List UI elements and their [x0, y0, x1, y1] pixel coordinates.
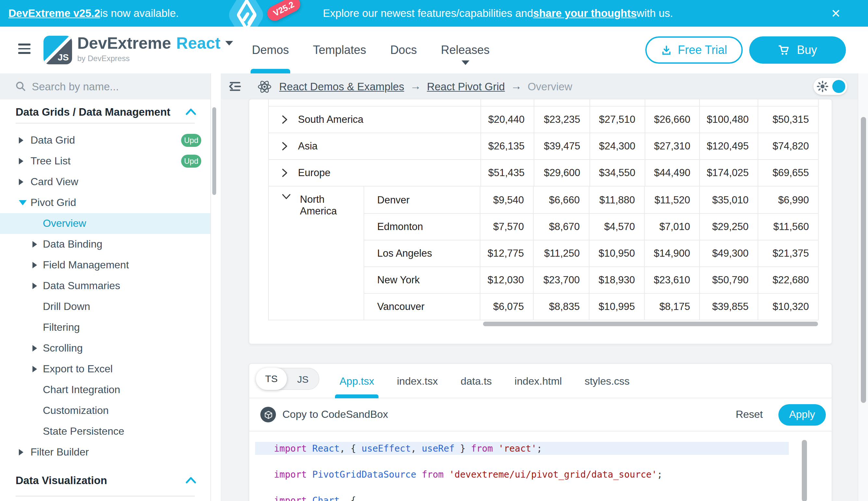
tab-index-tsx[interactable]: index.tsx: [397, 364, 438, 398]
banner-close-icon[interactable]: ✕: [831, 0, 841, 26]
pivot-value-cell: $11,520: [644, 186, 699, 213]
js-option[interactable]: JS: [287, 373, 319, 384]
pivot-city-cell[interactable]: New York: [364, 267, 480, 293]
sidebar-item-card-view[interactable]: Card View: [0, 172, 210, 192]
tab-app-tsx[interactable]: App.tsx: [340, 364, 374, 398]
sidebar-item-filter-builder[interactable]: Filter Builder: [0, 442, 210, 463]
pivot-region-cell[interactable]: Europe: [269, 160, 481, 186]
tab-index-html[interactable]: index.html: [515, 364, 562, 398]
sidebar-item-data-grid[interactable]: Data GridUpd: [0, 130, 210, 151]
pivot-value-cell: $74,820: [758, 133, 818, 159]
code-token: }: [454, 443, 471, 454]
code-token: import: [274, 469, 312, 480]
code-vertical-scrollbar[interactable]: [802, 440, 807, 501]
collapse-chevron-icon[interactable]: [282, 194, 291, 200]
expand-chevron-icon[interactable]: [282, 115, 288, 124]
theme-toggle[interactable]: [813, 78, 847, 95]
section-title: Data Visualization: [0, 474, 186, 487]
pivot-value-cell: [644, 99, 700, 106]
pivot-row-partial: [269, 99, 818, 106]
sidebar: Data Grids / Data Management Data GridUp…: [0, 99, 210, 501]
sidebar-item-overview[interactable]: Overview: [0, 213, 210, 234]
expand-chevron-icon[interactable]: [282, 142, 288, 151]
code-editor[interactable]: import React, { useEffect, useRef } from…: [249, 432, 832, 501]
pivot-value-cell: [534, 99, 590, 106]
devextreme-js-logo[interactable]: JS: [44, 36, 72, 64]
expand-chevron-icon[interactable]: [282, 168, 288, 178]
sidebar-section-data-grids[interactable]: Data Grids / Data Management: [0, 103, 210, 120]
pivot-grid-horizontal-scrollbar[interactable]: [483, 322, 818, 326]
hamburger-menu-icon[interactable]: [18, 44, 31, 54]
devextreme-demos-page: DevExtreme v25.2 is now available. V25.2…: [0, 0, 868, 501]
code-token: from: [422, 469, 449, 480]
banner-version-link[interactable]: DevExtreme v25.2: [9, 7, 100, 20]
buy-button[interactable]: Buy: [749, 36, 846, 64]
sidebar-section-data-visualization[interactable]: Data Visualization: [0, 472, 210, 489]
apply-button[interactable]: Apply: [778, 404, 826, 425]
nav-item-demos[interactable]: Demos: [252, 26, 289, 73]
pivot-empty-cell: [269, 99, 481, 106]
expand-triangle-icon: [32, 366, 37, 372]
platform-dropdown[interactable]: React: [176, 34, 233, 53]
ts-option[interactable]: TS: [256, 367, 287, 390]
logo-js-text: JS: [58, 52, 69, 62]
breadcrumb-parent-link[interactable]: React Pivot Grid: [427, 80, 505, 93]
pivot-value-cell: $29,250: [699, 214, 758, 240]
share-your-thoughts-link[interactable]: share your thoughts: [533, 7, 637, 20]
pivot-city-cell[interactable]: Edmonton: [364, 214, 480, 240]
pivot-region-cell[interactable]: Asia: [269, 133, 481, 159]
free-trial-button[interactable]: Free Trial: [645, 36, 743, 64]
sidebar-item-filtering[interactable]: Filtering: [0, 317, 210, 338]
sidebar-item-label: Customization: [0, 405, 109, 417]
pivot-value-cell: $21,375: [758, 241, 818, 266]
brand-name: DevExtreme: [77, 34, 171, 53]
sidebar-item-state-persistence[interactable]: State Persistence: [0, 421, 210, 442]
nav-item-releases[interactable]: Releases: [441, 26, 490, 73]
collapse-triangle-icon: [19, 200, 26, 205]
collapse-sidebar-icon[interactable]: [227, 81, 242, 92]
tab-data-ts[interactable]: data.ts: [461, 364, 492, 398]
sidebar-item-drill-down[interactable]: Drill Down: [0, 296, 210, 317]
sidebar-scrollbar-thumb[interactable]: [212, 107, 216, 195]
code-line: [249, 481, 832, 494]
breadcrumb-root-link[interactable]: React Demos & Examples: [279, 80, 404, 93]
pivot-region-cell[interactable]: South America: [269, 107, 481, 132]
code-token: Chart: [312, 495, 340, 501]
sidebar-item-chart-integration[interactable]: Chart Integration: [0, 380, 210, 400]
code-token: useRef: [422, 443, 454, 454]
tab-styles-css[interactable]: styles.css: [585, 364, 630, 398]
ts-js-toggle[interactable]: TS JS: [256, 368, 319, 390]
sidebar-item-label: Scrolling: [0, 342, 83, 354]
pivot-value-cell: $8,175: [644, 294, 699, 320]
reset-button[interactable]: Reset: [736, 409, 763, 420]
sidebar-item-tree-list[interactable]: Tree ListUpd: [0, 151, 210, 172]
sidebar-item-scrolling[interactable]: Scrolling: [0, 338, 210, 359]
pivot-grid-demo-card: South America$20,440$23,235$27,510$26,66…: [249, 99, 832, 344]
sidebar-item-field-management[interactable]: Field Management: [0, 255, 210, 276]
page-scrollbar-thumb[interactable]: [861, 117, 866, 403]
codesandbox-icon[interactable]: [260, 407, 276, 422]
nav-item-templates[interactable]: Templates: [313, 26, 366, 73]
sidebar-item-label: Drill Down: [0, 301, 90, 312]
pivot-value-cell: $6,075: [480, 294, 533, 320]
pivot-value-cell: $20,440: [481, 107, 534, 132]
pivot-value-cell: $35,010: [699, 186, 758, 213]
code-token: PivotGridDataSource: [312, 469, 422, 480]
sidebar-item-export-to-excel[interactable]: Export to Excel: [0, 359, 210, 380]
search-input[interactable]: [31, 77, 199, 96]
pivot-value-cell: $11,250: [533, 241, 589, 266]
pivot-city-cell[interactable]: Los Angeles: [364, 241, 480, 266]
copy-to-codesandbox-button[interactable]: Copy to CodeSandBox: [283, 409, 388, 420]
breadcrumb-current: Overview: [527, 80, 572, 93]
sidebar-item-data-summaries[interactable]: Data Summaries: [0, 276, 210, 296]
pivot-value-cell: $14,900: [644, 241, 699, 266]
sidebar-item-pivot-grid[interactable]: Pivot Grid: [0, 192, 210, 213]
pivot-city-cell[interactable]: Denver: [364, 186, 480, 213]
tab-label: App.tsx: [340, 375, 374, 387]
sidebar-item-customization[interactable]: Customization: [0, 400, 210, 421]
pivot-region-cell[interactable]: North America: [269, 186, 364, 320]
nav-item-docs[interactable]: Docs: [390, 26, 417, 73]
pivot-city-cell[interactable]: Vancouver: [364, 294, 480, 320]
sidebar-item-data-binding[interactable]: Data Binding: [0, 234, 210, 255]
banner-logo: V25.2: [207, 0, 304, 26]
